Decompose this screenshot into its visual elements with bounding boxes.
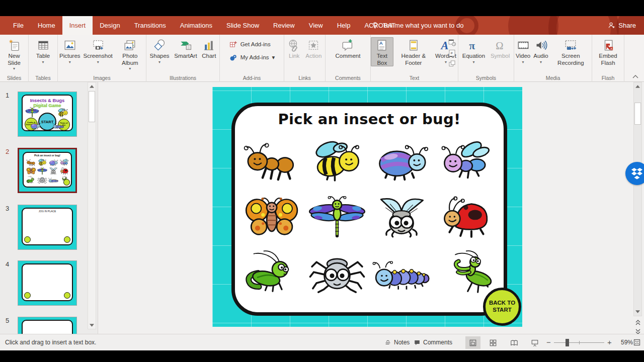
mini-green-button [64, 292, 70, 299]
tab-transitions[interactable]: Transitions [127, 16, 173, 35]
ribbon-button-audio[interactable]: Audio▾ [532, 37, 549, 64]
thumbnail-preview [18, 260, 77, 306]
slide-editing-area: Pick an insect or bug! BACK TO START [99, 82, 636, 334]
ribbon-button-table[interactable]: Table▾ [35, 37, 52, 64]
scrollbar-thumb[interactable] [634, 103, 641, 125]
ribbon-button-comment[interactable]: Comment [334, 37, 362, 60]
insect-spider[interactable] [307, 250, 367, 296]
ribbon-button-embed-flash[interactable]: AEmbed Flash [592, 37, 624, 66]
reading-view-button[interactable] [507, 336, 522, 349]
share-button[interactable]: Share [608, 16, 636, 35]
tab-home[interactable]: Home [31, 16, 62, 35]
svg-text:A: A [379, 40, 383, 46]
slide-canvas[interactable]: Pick an insect or bug! BACK TO START [212, 87, 522, 327]
ribbon-button-chart[interactable]: Chart [200, 37, 217, 60]
ribbon-group-flash: AEmbed FlashFlash [592, 35, 624, 82]
ribbon-group-label: Comments [326, 75, 370, 81]
insect-ant[interactable] [243, 137, 302, 184]
zoom-in-button[interactable]: + [607, 334, 612, 350]
ribbon-button-action: Action [304, 37, 323, 60]
insect-grasshopper[interactable] [243, 250, 302, 296]
ribbon-group-label: Text [371, 75, 458, 81]
ribbon-button-my-add-ins[interactable]: My Add-ins▾ [227, 51, 277, 64]
scrollbar-thumb[interactable] [89, 91, 95, 122]
notes-icon [384, 339, 391, 346]
insect-beetle[interactable] [372, 137, 431, 184]
scroll-down-icon[interactable] [88, 321, 96, 329]
notes-button[interactable]: Notes [384, 334, 410, 350]
ribbon-button-text-box[interactable]: AText Box [371, 37, 393, 66]
tab-animations[interactable]: Animations [173, 16, 219, 35]
tell-me-label: Tell me what you want to do [383, 22, 463, 29]
insect-bee[interactable] [307, 137, 367, 184]
back-to-start-button[interactable]: BACK TO START [483, 288, 521, 326]
insect-dragonfly[interactable] [307, 194, 367, 240]
scroll-up-icon[interactable] [634, 82, 641, 90]
ribbon-button-smartart[interactable]: SmartArt [173, 37, 198, 60]
status-bar: Click and drag to insert a text box. Not… [0, 334, 644, 350]
scroll-down-icon[interactable] [634, 308, 641, 316]
fit-slide-to-window-button[interactable] [633, 338, 641, 346]
tab-file[interactable]: File [6, 16, 31, 35]
ribbon-group-label: Add-ins [220, 75, 284, 81]
my-addins-icon [229, 53, 237, 62]
previous-slide-button[interactable] [633, 318, 642, 326]
ribbon-button-datetime[interactable] [448, 38, 456, 47]
zoom-slider-tick [579, 341, 580, 344]
insect-gnat[interactable] [437, 137, 496, 184]
slide-thumbnail-5[interactable]: 5 [18, 317, 77, 334]
top-black-bar [0, 0, 644, 16]
ribbon-button-new-slide[interactable]: New Slide▾ [0, 37, 28, 71]
ribbon-button-pictures[interactable]: Pictures▾ [58, 37, 82, 64]
slide-thumbnail-panel: 1Insects & BugsDigital GameSTARTCredits … [0, 82, 98, 334]
vertical-scrollbar[interactable] [633, 82, 642, 316]
slide-title: Pick an insect or bug! [235, 111, 504, 128]
zoom-slider-thumb[interactable] [566, 339, 569, 346]
tab-view[interactable]: View [302, 16, 330, 35]
zoom-out-button[interactable]: − [546, 334, 551, 350]
slide-number: 2 [6, 148, 9, 155]
insect-butterfly[interactable] [243, 194, 302, 240]
thumbnail-scrollbar[interactable] [88, 82, 96, 329]
tab-help[interactable]: Help [330, 16, 358, 35]
zoom-level[interactable]: 59% [615, 334, 633, 350]
collapse-ribbon-button[interactable] [632, 74, 639, 80]
slide-sorter-button[interactable] [486, 336, 501, 349]
slide-thumbnail-2[interactable]: 2Pick an insect or bug! [18, 148, 77, 193]
ribbon-button-video[interactable]: Video▾ [514, 37, 532, 64]
insect-mantis[interactable] [437, 250, 496, 296]
slideshow-button[interactable] [527, 336, 542, 349]
ribbon-group-illustrations: Shapes▾SmartArtChartIllustrations [146, 35, 220, 82]
normal-view-button[interactable] [465, 336, 480, 349]
ribbon-button-photo-album[interactable]: Photo Album▾ [114, 37, 146, 71]
insect-ladybug[interactable] [437, 194, 496, 240]
ribbon-button-slidenumber[interactable]: # [448, 49, 456, 57]
back-to-start-line2: START [493, 307, 511, 314]
ribbon-button-header-footer[interactable]: Header & Footer [393, 37, 434, 66]
slide-thumbnail-3[interactable]: 3JOG IN PLACE [18, 205, 77, 250]
slide-thumbnail-4[interactable]: 4 [18, 260, 77, 306]
insect-caterpillar[interactable] [372, 250, 431, 296]
ribbon-button-object[interactable] [448, 59, 456, 68]
ribbon-button-shapes[interactable]: Shapes▾ [148, 37, 171, 64]
mini-back-button [63, 179, 70, 186]
ribbon-button-screen-recording[interactable]: Screen Recording [550, 37, 592, 66]
tab-slide-show[interactable]: Slide Show [219, 16, 266, 35]
ribbon-group-media: Video▾Audio▾Screen RecordingMedia [514, 35, 592, 82]
slide-thumbnail-1[interactable]: 1Insects & BugsDigital GameSTARTCredits … [18, 92, 77, 137]
insect-fly[interactable] [372, 194, 431, 240]
tab-design[interactable]: Design [93, 16, 127, 35]
ribbon-button-get-add-ins[interactable]: Get Add-ins [227, 38, 273, 51]
bottom-black-bar [0, 350, 644, 362]
tab-review[interactable]: Review [266, 16, 302, 35]
tab-insert[interactable]: Insert [62, 16, 93, 35]
scroll-up-icon[interactable] [88, 82, 96, 90]
ribbon-button-equation[interactable]: πEquation▾ [461, 37, 487, 64]
ribbon-button-screenshot[interactable]: Screenshot▾ [82, 37, 114, 64]
ribbon-group-label: Illustrations [146, 75, 219, 81]
mini-green-button [24, 292, 31, 299]
ribbon-button-symbol: ΩSymbol [489, 37, 511, 60]
dropdown-arrow-icon: ▾ [42, 60, 44, 64]
comments-button[interactable]: Comments [414, 334, 452, 350]
tell-me-box[interactable]: Tell me what you want to do [371, 16, 463, 35]
